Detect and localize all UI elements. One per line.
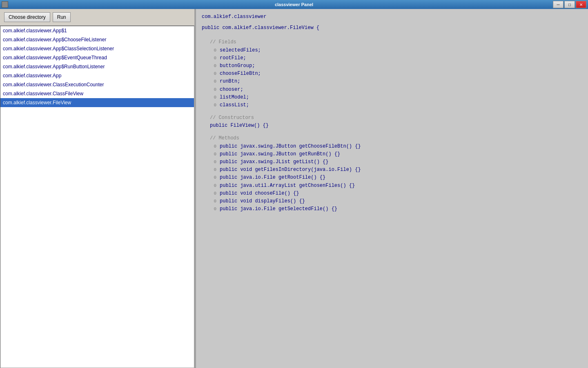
class-list-item[interactable]: com.alkief.classviewer.App$ChooseFileLis…: [0, 35, 194, 44]
method-line: 0public javax.swing.JList getList() {}: [202, 158, 582, 166]
line-number: 0: [210, 190, 216, 197]
fields-section: // Fields 0selectedFiles;0rootFile;0butt…: [202, 38, 582, 109]
line-number: 0: [210, 55, 216, 62]
line-number: 0: [210, 94, 216, 101]
field-line: 0runBtn;: [202, 78, 582, 85]
field-line: 0chooser;: [202, 86, 582, 94]
method-text: public javax.swing.JButton getRunBtn() {…: [220, 150, 340, 158]
constructors-comment: // Constructors: [210, 115, 254, 121]
field-line: 0buttonGroup;: [202, 62, 582, 70]
code-view: com.alkief.classviewer public com.alkief…: [202, 13, 582, 213]
main-container: Choose directory Run com.alkief.classvie…: [0, 9, 588, 368]
method-line: 0public java.io.File getSelectedFile() {…: [202, 205, 582, 213]
code-class-name: com.alkief.classviewer: [202, 13, 582, 21]
close-button[interactable]: ✕: [576, 1, 586, 8]
field-text: classList;: [220, 101, 249, 109]
class-list-item[interactable]: com.alkief.classviewer.FileView: [0, 98, 194, 107]
methods-section: // Methods 0public javax.swing.JButton g…: [202, 135, 582, 213]
line-number: 0: [210, 143, 216, 150]
line-number: 0: [210, 174, 216, 182]
class-list-item[interactable]: com.alkief.classviewer.ClassFileView: [0, 89, 194, 98]
method-line: 0public void chooseFile() {}: [202, 190, 582, 197]
maximize-button[interactable]: □: [564, 1, 575, 8]
class-list-item[interactable]: com.alkief.classviewer.App: [0, 71, 194, 80]
field-text: rootFile;: [220, 54, 246, 62]
left-panel: Choose directory Run com.alkief.classvie…: [0, 9, 195, 368]
class-list-item[interactable]: com.alkief.classviewer.App$RunButtonList…: [0, 62, 194, 71]
class-list-item[interactable]: com.alkief.classviewer.App$ClassSelectio…: [0, 44, 194, 53]
minimize-button[interactable]: ─: [553, 1, 564, 8]
window-controls: ─ □ ✕: [553, 1, 586, 8]
method-text: public javax.swing.JList getList() {}: [220, 158, 328, 166]
line-number: 0: [210, 63, 216, 70]
field-line: 0chooseFileBtn;: [202, 70, 582, 78]
line-number: 0: [210, 182, 216, 190]
line-number: 0: [210, 47, 216, 54]
method-line: 0public void displayFiles() {}: [202, 197, 582, 205]
method-text: public java.util.ArrayList getChosenFile…: [220, 182, 355, 190]
method-line: 0public void getFilesInDirectory(java.io…: [202, 166, 582, 174]
constructors-section: // Constructors public FileView() {}: [202, 114, 582, 130]
class-list-item[interactable]: com.alkief.classviewer.App$EventQueueThr…: [0, 53, 194, 62]
field-line: 0rootFile;: [202, 54, 582, 62]
code-declaration: public com.alkief.classviewer.FileView {: [202, 24, 582, 32]
constructor-text: public FileView() {}: [210, 122, 269, 130]
right-panel: com.alkief.classviewer public com.alkief…: [196, 9, 588, 368]
line-number: 0: [210, 86, 216, 94]
toolbar: Choose directory Run: [0, 9, 194, 26]
class-list[interactable]: com.alkief.classviewer.App$1com.alkief.c…: [0, 26, 194, 368]
constructor-line: public FileView() {}: [202, 122, 582, 130]
field-text: selectedFiles;: [220, 47, 261, 54]
app-icon: [2, 1, 8, 8]
method-text: public javax.swing.JButton getChooseFile…: [220, 143, 361, 150]
method-text: public java.io.File getRootFile() {}: [220, 174, 325, 182]
method-text: public void getFilesInDirectory(java.io.…: [220, 166, 361, 174]
run-button[interactable]: Run: [53, 12, 71, 22]
method-text: public java.io.File getSelectedFile() {}: [220, 205, 337, 213]
method-text: public void displayFiles() {}: [220, 197, 305, 205]
line-number: 0: [210, 151, 216, 158]
line-number: 0: [210, 159, 216, 166]
line-number: 0: [210, 206, 216, 213]
line-number: 0: [210, 102, 216, 109]
line-number: 0: [210, 78, 216, 85]
title-bar: classviewer Panel ─ □ ✕: [0, 0, 588, 9]
field-text: buttonGroup;: [220, 62, 255, 70]
line-number: 0: [210, 70, 216, 78]
methods-container: 0public javax.swing.JButton getChooseFil…: [202, 143, 582, 213]
constructors-container: public FileView() {}: [202, 122, 582, 130]
fields-container: 0selectedFiles;0rootFile;0buttonGroup;0c…: [202, 47, 582, 110]
method-line: 0public java.util.ArrayList getChosenFil…: [202, 182, 582, 190]
fields-comment: // Fields: [210, 39, 236, 45]
field-text: listModel;: [220, 94, 249, 101]
title-bar-text: classviewer Panel: [275, 2, 313, 7]
field-line: 0selectedFiles;: [202, 47, 582, 54]
field-text: chooseFileBtn;: [220, 70, 261, 78]
field-text: chooser;: [220, 86, 243, 94]
class-list-item[interactable]: com.alkief.classviewer.App$1: [0, 26, 194, 35]
method-line: 0public java.io.File getRootFile() {}: [202, 174, 582, 182]
class-list-item[interactable]: com.alkief.classviewer.ClassExecutionCou…: [0, 80, 194, 89]
line-number: 0: [210, 166, 216, 174]
methods-comment: // Methods: [210, 135, 239, 141]
choose-directory-button[interactable]: Choose directory: [4, 12, 50, 22]
field-line: 0listModel;: [202, 94, 582, 101]
method-line: 0public javax.swing.JButton getRunBtn() …: [202, 150, 582, 158]
field-line: 0classList;: [202, 101, 582, 109]
method-line: 0public javax.swing.JButton getChooseFil…: [202, 143, 582, 150]
field-text: runBtn;: [220, 78, 240, 85]
method-text: public void chooseFile() {}: [220, 190, 299, 197]
line-number: 0: [210, 198, 216, 205]
